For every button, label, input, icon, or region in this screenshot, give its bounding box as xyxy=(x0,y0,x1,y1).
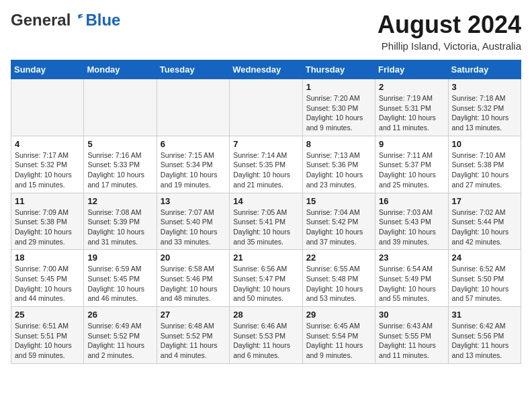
day-number: 15 xyxy=(306,196,371,206)
day-number: 30 xyxy=(379,310,444,320)
calendar-cell: 14Sunrise: 7:05 AM Sunset: 5:41 PM Dayli… xyxy=(230,193,302,250)
title-area: August 2024 Phillip Island, Victoria, Au… xyxy=(378,11,521,52)
calendar-cell: 28Sunrise: 6:46 AM Sunset: 5:53 PM Dayli… xyxy=(230,307,302,364)
calendar-cell: 23Sunrise: 6:54 AM Sunset: 5:49 PM Dayli… xyxy=(375,250,448,307)
calendar-cell xyxy=(157,79,229,136)
day-info: Sunrise: 7:17 AM Sunset: 5:32 PM Dayligh… xyxy=(15,150,80,190)
day-number: 2 xyxy=(379,82,444,92)
day-info: Sunrise: 6:48 AM Sunset: 5:52 PM Dayligh… xyxy=(161,321,226,361)
week-row-3: 11Sunrise: 7:09 AM Sunset: 5:38 PM Dayli… xyxy=(11,193,521,250)
day-info: Sunrise: 6:59 AM Sunset: 5:45 PM Dayligh… xyxy=(87,264,152,304)
calendar-cell xyxy=(230,79,302,136)
day-number: 3 xyxy=(452,82,517,92)
day-info: Sunrise: 6:55 AM Sunset: 5:48 PM Dayligh… xyxy=(306,264,371,304)
day-number: 28 xyxy=(233,310,298,320)
week-row-2: 4Sunrise: 7:17 AM Sunset: 5:32 PM Daylig… xyxy=(11,136,521,193)
day-number: 23 xyxy=(379,253,444,263)
calendar-cell: 15Sunrise: 7:04 AM Sunset: 5:42 PM Dayli… xyxy=(302,193,375,250)
day-info: Sunrise: 7:20 AM Sunset: 5:30 PM Dayligh… xyxy=(306,93,371,133)
day-info: Sunrise: 7:14 AM Sunset: 5:35 PM Dayligh… xyxy=(233,150,298,190)
day-number: 13 xyxy=(161,196,226,206)
day-number: 27 xyxy=(161,310,226,320)
day-number: 31 xyxy=(452,310,517,320)
calendar-body: 1Sunrise: 7:20 AM Sunset: 5:30 PM Daylig… xyxy=(11,79,521,364)
calendar-cell: 30Sunrise: 6:43 AM Sunset: 5:55 PM Dayli… xyxy=(375,307,448,364)
day-info: Sunrise: 6:45 AM Sunset: 5:54 PM Dayligh… xyxy=(306,321,371,361)
day-number: 1 xyxy=(306,82,371,92)
logo: General Blue xyxy=(11,11,120,30)
calendar-cell: 10Sunrise: 7:10 AM Sunset: 5:38 PM Dayli… xyxy=(448,136,521,193)
day-number: 25 xyxy=(15,310,80,320)
day-info: Sunrise: 7:03 AM Sunset: 5:43 PM Dayligh… xyxy=(379,208,444,247)
day-number: 5 xyxy=(87,139,152,149)
page-header: General Blue August 2024 Phillip Island,… xyxy=(11,11,521,52)
day-number: 22 xyxy=(306,253,371,263)
day-info: Sunrise: 7:19 AM Sunset: 5:31 PM Dayligh… xyxy=(379,93,444,133)
day-info: Sunrise: 7:15 AM Sunset: 5:34 PM Dayligh… xyxy=(161,150,226,190)
calendar-cell: 24Sunrise: 6:52 AM Sunset: 5:50 PM Dayli… xyxy=(448,250,521,307)
week-row-1: 1Sunrise: 7:20 AM Sunset: 5:30 PM Daylig… xyxy=(11,79,521,136)
day-info: Sunrise: 7:10 AM Sunset: 5:38 PM Dayligh… xyxy=(452,150,517,190)
logo-bird-icon xyxy=(72,13,84,25)
day-info: Sunrise: 6:51 AM Sunset: 5:51 PM Dayligh… xyxy=(15,321,80,361)
day-number: 16 xyxy=(379,196,444,206)
weekday-header-saturday: Saturday xyxy=(448,60,521,79)
day-info: Sunrise: 6:42 AM Sunset: 5:56 PM Dayligh… xyxy=(452,321,517,361)
day-number: 7 xyxy=(233,139,298,149)
calendar-cell: 9Sunrise: 7:11 AM Sunset: 5:37 PM Daylig… xyxy=(375,136,448,193)
calendar-table: SundayMondayTuesdayWednesdayThursdayFrid… xyxy=(11,60,521,364)
day-info: Sunrise: 7:02 AM Sunset: 5:44 PM Dayligh… xyxy=(452,208,517,247)
day-info: Sunrise: 6:54 AM Sunset: 5:49 PM Dayligh… xyxy=(379,264,444,304)
calendar-cell xyxy=(11,79,84,136)
calendar-cell: 29Sunrise: 6:45 AM Sunset: 5:54 PM Dayli… xyxy=(302,307,375,364)
day-info: Sunrise: 6:49 AM Sunset: 5:52 PM Dayligh… xyxy=(87,321,152,361)
day-number: 10 xyxy=(452,139,517,149)
logo-general: General xyxy=(11,11,71,30)
calendar-cell: 26Sunrise: 6:49 AM Sunset: 5:52 PM Dayli… xyxy=(84,307,157,364)
week-row-5: 25Sunrise: 6:51 AM Sunset: 5:51 PM Dayli… xyxy=(11,307,521,364)
day-number: 4 xyxy=(15,139,80,149)
day-number: 6 xyxy=(161,139,226,149)
day-number: 11 xyxy=(15,196,80,206)
calendar-cell: 17Sunrise: 7:02 AM Sunset: 5:44 PM Dayli… xyxy=(448,193,521,250)
day-number: 20 xyxy=(161,253,226,263)
calendar-cell: 22Sunrise: 6:55 AM Sunset: 5:48 PM Dayli… xyxy=(302,250,375,307)
day-info: Sunrise: 6:46 AM Sunset: 5:53 PM Dayligh… xyxy=(233,321,298,361)
logo-blue: Blue xyxy=(85,11,120,30)
weekday-header-friday: Friday xyxy=(375,60,448,79)
day-number: 14 xyxy=(233,196,298,206)
day-info: Sunrise: 7:05 AM Sunset: 5:41 PM Dayligh… xyxy=(233,208,298,247)
calendar-cell: 6Sunrise: 7:15 AM Sunset: 5:34 PM Daylig… xyxy=(157,136,229,193)
calendar-cell: 7Sunrise: 7:14 AM Sunset: 5:35 PM Daylig… xyxy=(230,136,302,193)
day-info: Sunrise: 6:58 AM Sunset: 5:46 PM Dayligh… xyxy=(161,264,226,304)
calendar-cell xyxy=(84,79,157,136)
day-number: 8 xyxy=(306,139,371,149)
weekday-header-thursday: Thursday xyxy=(302,60,375,79)
header-row: SundayMondayTuesdayWednesdayThursdayFrid… xyxy=(11,60,521,79)
day-number: 17 xyxy=(452,196,517,206)
calendar-cell: 25Sunrise: 6:51 AM Sunset: 5:51 PM Dayli… xyxy=(11,307,84,364)
day-info: Sunrise: 7:18 AM Sunset: 5:32 PM Dayligh… xyxy=(452,93,517,133)
day-number: 9 xyxy=(379,139,444,149)
calendar-header: SundayMondayTuesdayWednesdayThursdayFrid… xyxy=(11,60,521,79)
day-number: 19 xyxy=(87,253,152,263)
day-number: 29 xyxy=(306,310,371,320)
weekday-header-monday: Monday xyxy=(84,60,157,79)
weekday-header-sunday: Sunday xyxy=(11,60,84,79)
day-info: Sunrise: 7:00 AM Sunset: 5:45 PM Dayligh… xyxy=(15,264,80,304)
day-info: Sunrise: 7:08 AM Sunset: 5:39 PM Dayligh… xyxy=(87,208,152,247)
weekday-header-wednesday: Wednesday xyxy=(230,60,302,79)
calendar-cell: 8Sunrise: 7:13 AM Sunset: 5:36 PM Daylig… xyxy=(302,136,375,193)
calendar-cell: 11Sunrise: 7:09 AM Sunset: 5:38 PM Dayli… xyxy=(11,193,84,250)
day-info: Sunrise: 7:13 AM Sunset: 5:36 PM Dayligh… xyxy=(306,150,371,190)
day-number: 18 xyxy=(15,253,80,263)
calendar-cell: 19Sunrise: 6:59 AM Sunset: 5:45 PM Dayli… xyxy=(84,250,157,307)
calendar-cell: 16Sunrise: 7:03 AM Sunset: 5:43 PM Dayli… xyxy=(375,193,448,250)
day-info: Sunrise: 7:11 AM Sunset: 5:37 PM Dayligh… xyxy=(379,150,444,190)
calendar-cell: 5Sunrise: 7:16 AM Sunset: 5:33 PM Daylig… xyxy=(84,136,157,193)
calendar-cell: 27Sunrise: 6:48 AM Sunset: 5:52 PM Dayli… xyxy=(157,307,229,364)
calendar-cell: 18Sunrise: 7:00 AM Sunset: 5:45 PM Dayli… xyxy=(11,250,84,307)
day-info: Sunrise: 6:56 AM Sunset: 5:47 PM Dayligh… xyxy=(233,264,298,304)
weekday-header-tuesday: Tuesday xyxy=(157,60,229,79)
location: Phillip Island, Victoria, Australia xyxy=(378,40,521,52)
